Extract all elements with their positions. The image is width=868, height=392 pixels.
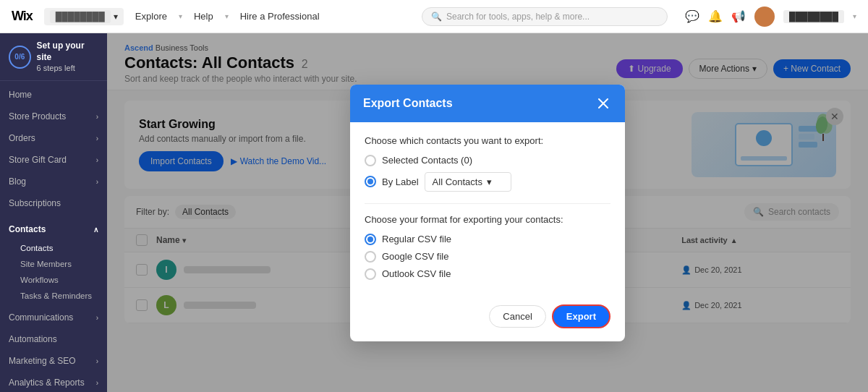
nav-help[interactable]: Help: [194, 11, 213, 22]
chat-icon[interactable]: 💬: [685, 9, 699, 23]
sidebar-nav: Home Store Products › Orders › Store Gif…: [0, 81, 107, 392]
account-chevron[interactable]: ▾: [853, 12, 856, 20]
sidebar-item-tasks-reminders[interactable]: Tasks & Reminders: [12, 288, 107, 304]
export-button[interactable]: Export: [552, 304, 610, 328]
modal-title: Export Contacts: [363, 97, 453, 110]
nav-explore[interactable]: Explore: [135, 11, 167, 22]
modal-divider: [365, 203, 610, 204]
sidebar-item-gift-card[interactable]: Store Gift Card ›: [0, 149, 107, 171]
radio-regular-input[interactable]: [365, 234, 376, 245]
top-nav: Explore ▾ Help ▾ Hire a Professional: [135, 11, 320, 22]
sidebar-item-home[interactable]: Home: [0, 84, 107, 106]
sidebar-item-analytics[interactable]: Analytics & Reports ›: [0, 372, 107, 392]
sidebar-item-workflows[interactable]: Workflows: [12, 272, 107, 288]
chevron-icon: ∧: [93, 226, 98, 234]
modal-section1-label: Choose which contacts you want to export…: [365, 135, 610, 146]
sidebar-item-contacts[interactable]: Contacts: [12, 240, 107, 256]
sidebar-item-subscriptions[interactable]: Subscriptions: [0, 192, 107, 214]
dropdown-chevron-icon: ▾: [487, 176, 492, 187]
radio-outlook-input[interactable]: [365, 268, 376, 280]
export-contacts-modal: Export Contacts Choose which contacts yo…: [350, 85, 625, 341]
bell-icon[interactable]: 🔔: [708, 9, 723, 23]
contact-selection-group: Selected Contacts (0) By Label All Conta…: [365, 155, 610, 192]
wix-logo: Wix: [12, 9, 33, 24]
main-content: Ascend Business Tools Contacts: All Cont…: [107, 33, 868, 392]
label-dropdown[interactable]: All Contacts ▾: [425, 172, 511, 192]
sidebar-section-contacts[interactable]: Contacts ∧: [0, 218, 107, 240]
radio-selected-input[interactable]: [365, 155, 376, 166]
sidebar-item-marketing-seo[interactable]: Marketing & SEO ›: [0, 350, 107, 372]
sidebar-item-orders[interactable]: Orders ›: [0, 127, 107, 149]
site-name: ████████: [50, 10, 111, 23]
sidebar: 0/6 Set up your site 6 steps left Home S…: [0, 33, 107, 392]
sidebar-item-communications[interactable]: Communications ›: [0, 307, 107, 328]
topbar-actions: 💬 🔔 📢 ████████ ▾: [685, 7, 856, 27]
radio-google-label: Google CSV file: [382, 251, 449, 262]
chevron-icon: ›: [96, 314, 98, 322]
radio-regular-csv[interactable]: Regular CSV file: [365, 234, 610, 245]
modal-footer: Cancel Export: [350, 304, 625, 341]
chevron-icon: ›: [96, 113, 98, 121]
sidebar-item-store-products[interactable]: Store Products ›: [0, 106, 107, 127]
modal-close-button[interactable]: [595, 95, 612, 112]
modal-overlay[interactable]: Export Contacts Choose which contacts yo…: [107, 33, 868, 392]
sidebar-item-site-members[interactable]: Site Members: [12, 256, 107, 272]
radio-google-input[interactable]: [365, 251, 376, 263]
radio-by-label[interactable]: By Label All Contacts ▾: [365, 172, 610, 192]
sidebar-item-blog[interactable]: Blog ›: [0, 171, 107, 192]
global-search[interactable]: 🔍 Search for tools, apps, help & more...: [422, 7, 668, 26]
setup-circle: 0/6: [9, 46, 31, 69]
radio-bylabel-input[interactable]: [365, 176, 376, 187]
cancel-button[interactable]: Cancel: [489, 305, 545, 328]
chevron-icon: ›: [96, 178, 98, 186]
nav-hire[interactable]: Hire a Professional: [240, 11, 320, 22]
radio-regular-label: Regular CSV file: [382, 234, 451, 244]
radio-outlook-label: Outlook CSV file: [382, 268, 451, 279]
radio-selected-contacts[interactable]: Selected Contacts (0): [365, 155, 610, 166]
main-layout: 0/6 Set up your site 6 steps left Home S…: [0, 33, 868, 392]
radio-bylabel-label: By Label: [382, 176, 419, 187]
chevron-icon: ›: [96, 135, 98, 142]
chevron-icon: ›: [96, 379, 98, 387]
avatar[interactable]: [754, 7, 775, 27]
chevron-icon: ›: [96, 357, 98, 365]
search-icon: 🔍: [431, 12, 442, 22]
modal-body: Choose which contacts you want to export…: [350, 122, 625, 304]
radio-google-csv[interactable]: Google CSV file: [365, 251, 610, 263]
search-placeholder: Search for tools, apps, help & more...: [446, 12, 590, 22]
site-selector-chevron: ▾: [114, 12, 118, 22]
username[interactable]: ████████: [783, 10, 844, 23]
setup-progress[interactable]: 0/6 Set up your site 6 steps left: [0, 33, 107, 81]
format-selection-group: Regular CSV file Google CSV file Outlook…: [365, 234, 610, 280]
contacts-submenu: Contacts Site Members Workflows Tasks & …: [0, 240, 107, 304]
sidebar-item-automations[interactable]: Automations: [0, 328, 107, 350]
radio-outlook-csv[interactable]: Outlook CSV file: [365, 268, 610, 280]
close-icon: [598, 98, 608, 108]
chevron-icon: ›: [96, 156, 98, 164]
radio-selected-label: Selected Contacts (0): [382, 155, 472, 166]
modal-section2-label: Choose your format for exporting your co…: [365, 214, 610, 225]
site-selector[interactable]: ████████ ▾: [44, 8, 124, 25]
modal-header: Export Contacts: [350, 85, 625, 122]
topbar: Wix ████████ ▾ Explore ▾ Help ▾ Hire a P…: [0, 0, 868, 33]
megaphone-icon[interactable]: 📢: [731, 9, 746, 23]
setup-text: Set up your site 6 steps left: [37, 41, 98, 73]
